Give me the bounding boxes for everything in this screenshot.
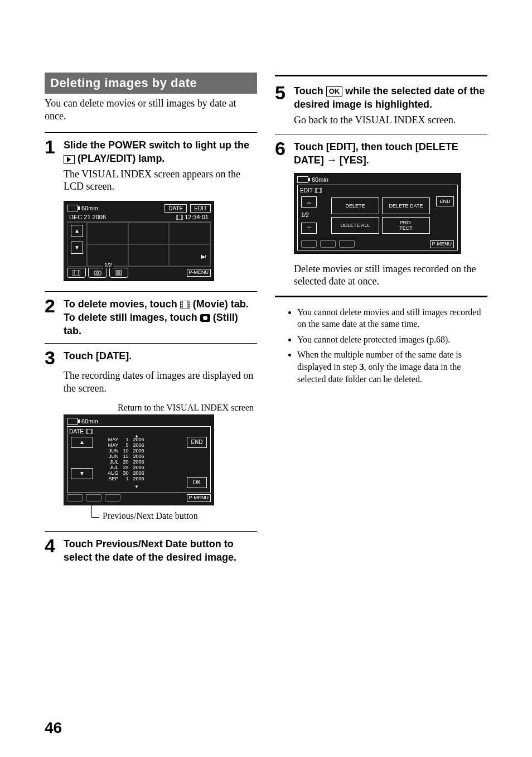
- date-button[interactable]: DATE: [165, 204, 187, 213]
- end-button[interactable]: END: [436, 196, 454, 206]
- edit-button[interactable]: EDIT: [190, 204, 211, 213]
- svg-point-7: [96, 272, 99, 274]
- recorded-date: DEC 21 2006: [69, 214, 106, 220]
- tab-icon: [86, 494, 101, 502]
- scroll-down-icon: ▼: [134, 484, 139, 489]
- date-cell: JUN: [108, 454, 119, 459]
- date-cell: 20: [123, 459, 129, 465]
- date-list: MAY12006MAY52006JUN102006JUN152006JUL202…: [108, 437, 144, 481]
- date-cell: 2006: [133, 459, 144, 465]
- date-cell: 25: [123, 465, 129, 470]
- date-cell: 2006: [133, 454, 144, 459]
- step-title: Touch OK while the selected date of the …: [294, 84, 487, 112]
- battery-icon: [297, 176, 308, 183]
- menu-page-counter: 1/2: [301, 212, 309, 218]
- svg-rect-3: [72, 270, 80, 276]
- camera-icon: [94, 270, 101, 276]
- step-number: 2: [45, 296, 59, 315]
- tab-icon: [105, 494, 120, 502]
- date-cell: 2006: [133, 442, 144, 448]
- pmenu-button[interactable]: P-MENU: [187, 269, 211, 277]
- step-number: 4: [45, 536, 59, 555]
- step-title: Touch Previous/Next Date button to selec…: [64, 537, 257, 565]
- play-icon: I▶I: [201, 254, 206, 259]
- play-edit-icon: [64, 155, 75, 164]
- battery-time: 60min: [81, 418, 98, 425]
- protect-button[interactable]: PRO- TECT: [382, 217, 430, 234]
- step-title: Touch [DATE].: [64, 349, 132, 363]
- battery-time: 60min: [312, 176, 328, 183]
- visual-index-screen: 60min DATE EDIT DEC 21 2006 12:34:01 ▲: [64, 201, 214, 281]
- date-cell: JUN: [108, 448, 119, 454]
- tab-icon: [320, 240, 336, 248]
- film-icon: [86, 429, 93, 434]
- date-cell: MAY: [108, 437, 119, 442]
- battery-time: 60min: [81, 205, 98, 211]
- date-cell: 2006: [133, 476, 144, 481]
- date-cell: JUL: [108, 465, 119, 470]
- step-body: Delete movies or still images recorded o…: [294, 263, 487, 288]
- date-cell: 2006: [133, 470, 144, 476]
- note-item: You cannot delete protected images (p.68…: [297, 334, 487, 346]
- notes-list: You cannot delete movies and still image…: [275, 306, 487, 385]
- note-item: You cannot delete movies and still image…: [297, 306, 487, 330]
- prev-date-button[interactable]: ▲: [71, 437, 93, 448]
- step-number: 3: [45, 348, 59, 367]
- end-button[interactable]: END: [187, 437, 207, 448]
- ok-button[interactable]: OK: [187, 477, 207, 488]
- date-cell: 1: [123, 476, 129, 481]
- battery-icon: [67, 205, 78, 211]
- date-cell: 30: [123, 470, 129, 476]
- playlist-tab[interactable]: [109, 268, 128, 278]
- tab-icon: [339, 240, 355, 248]
- step-body: Go back to the VISUAL INDEX screen.: [294, 114, 487, 127]
- delete-date-button[interactable]: DELETE DATE: [382, 197, 430, 214]
- page-down-button[interactable]: ︾: [301, 223, 317, 234]
- delete-all-button[interactable]: DELETE ALL: [331, 217, 379, 234]
- film-icon: [72, 270, 80, 276]
- still-tab[interactable]: [88, 268, 107, 278]
- camera-icon: [200, 314, 210, 322]
- recorded-time: 12:34:01: [176, 214, 209, 220]
- callout-label: Return to the VISUAL INDEX screen: [45, 402, 257, 413]
- tab-icon: [67, 494, 83, 502]
- date-list-screen: 60min DATE ▲ MAY12006MAY52006JUN102006JU…: [64, 414, 214, 505]
- panel-title: EDIT: [300, 187, 313, 194]
- next-date-button[interactable]: ▼: [71, 468, 93, 479]
- date-cell: 10: [123, 448, 129, 454]
- battery-icon: [67, 418, 78, 425]
- pmenu-button[interactable]: P-MENU: [187, 494, 211, 502]
- page-counter: 1/2: [103, 262, 113, 268]
- date-cell: SEP: [108, 476, 119, 481]
- step-number: 5: [275, 83, 289, 102]
- date-cell: 2006: [133, 437, 144, 442]
- step-title: Slide the POWER switch to light up the (…: [64, 138, 257, 166]
- note-item: When the multiple number of the same dat…: [297, 349, 487, 385]
- page-up-button[interactable]: ︽: [301, 196, 317, 208]
- step-body: The recording dates of images are displa…: [64, 369, 257, 394]
- film-icon: [176, 215, 183, 220]
- list-icon: [115, 270, 122, 276]
- step-number: 1: [45, 137, 59, 156]
- date-cell: 2006: [133, 448, 144, 454]
- film-icon: [180, 301, 190, 308]
- step-title: To delete movies, touch (Movie) tab. To …: [64, 297, 257, 338]
- date-cell: MAY: [108, 442, 119, 448]
- callout-label: Previous/Next Date button: [103, 511, 198, 521]
- page-number: 46: [45, 719, 62, 737]
- panel-title: DATE: [69, 428, 84, 435]
- movie-tab[interactable]: [67, 268, 86, 278]
- ok-key-icon: OK: [326, 86, 343, 97]
- down-button[interactable]: ▼: [71, 242, 83, 254]
- up-button[interactable]: ▲: [71, 225, 83, 237]
- date-cell: AUG: [108, 470, 119, 476]
- pmenu-button[interactable]: P-MENU: [430, 240, 454, 248]
- date-cell: 2006: [133, 465, 144, 470]
- section-title: Deleting images by date: [45, 73, 257, 94]
- delete-button[interactable]: DELETE: [331, 197, 379, 214]
- film-icon: [315, 188, 322, 193]
- step-body: The VISUAL INDEX screen appears on the L…: [64, 168, 257, 193]
- step-number: 6: [275, 139, 289, 158]
- tab-icon: [301, 240, 317, 248]
- date-cell: 15: [123, 454, 129, 459]
